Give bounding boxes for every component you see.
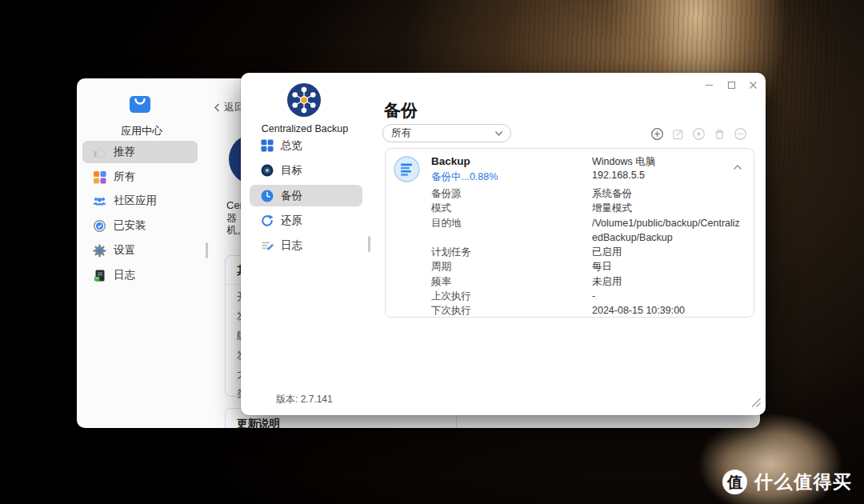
- maximize-button[interactable]: [726, 79, 737, 90]
- run-task-button[interactable]: [692, 127, 706, 141]
- nav-item-label: 日志: [281, 238, 302, 253]
- detail-value: 未启用: [592, 274, 742, 289]
- add-task-button[interactable]: [650, 127, 664, 141]
- detail-label: 下次执行: [431, 303, 592, 318]
- delete-task-button[interactable]: [713, 127, 726, 141]
- desktop: 应用中心 推荐 所有: [0, 0, 864, 504]
- detail-value: 已启用: [592, 245, 742, 259]
- thumbs-up-icon: [92, 145, 106, 159]
- client-ip: 192.168.5.5: [592, 170, 645, 181]
- app-center-title: 应用中心: [77, 124, 206, 138]
- filter-dropdown[interactable]: 所有: [382, 124, 511, 142]
- sidebar-item-label: 所有: [114, 170, 135, 184]
- detail-label: 频率: [431, 274, 592, 289]
- filter-dropdown-value: 所有: [391, 126, 494, 140]
- add-icon: [650, 127, 664, 141]
- chevron-down-icon: [494, 130, 503, 137]
- sidebar-item-settings[interactable]: 设置: [82, 239, 198, 262]
- installed-check-icon: [92, 218, 106, 233]
- smzdm-watermark: 值 什么值得买: [722, 470, 853, 494]
- nav-item-label: 目标: [281, 163, 302, 178]
- task-detail-rows: 备份源 系统备份 模式 增量模式 目的地 /Volume1/public/bac…: [431, 186, 742, 318]
- detail-label: 周期: [431, 259, 592, 274]
- overview-grid-icon: [260, 138, 274, 152]
- close-button[interactable]: [747, 79, 758, 90]
- target-icon: [260, 163, 274, 177]
- nav-item-backup[interactable]: 备份: [250, 185, 362, 206]
- app-center-logo-bag-icon: [128, 92, 152, 118]
- edit-task-button[interactable]: [671, 127, 685, 141]
- minimize-button[interactable]: [703, 79, 714, 90]
- detail-label: 计划任务: [431, 245, 592, 259]
- version-label: 版本: 2.7.141: [276, 393, 333, 406]
- backup-task-card[interactable]: Backup 备份中...0.88% Windows 电脑 192.168.5.…: [385, 148, 754, 318]
- chevron-up-icon: [733, 164, 742, 170]
- nav-item-restore[interactable]: 还原: [250, 210, 362, 231]
- centralized-backup-window: Centralized Backup 总览 目标: [241, 73, 766, 415]
- detail-label: 模式: [431, 201, 592, 215]
- nav-item-label: 还原: [281, 214, 302, 228]
- sidebar-item-all[interactable]: 所有: [82, 166, 198, 188]
- close-icon: [749, 81, 758, 90]
- edit-icon: [671, 127, 685, 141]
- restore-arrow-icon: [260, 214, 274, 227]
- centralized-backup-app-icon: [286, 82, 322, 121]
- chevron-left-icon: [214, 103, 220, 112]
- nav-scrollbar[interactable]: [368, 236, 370, 252]
- nav-item-logs[interactable]: 日志: [250, 234, 362, 256]
- colored-grid-icon: [92, 170, 106, 184]
- app-center-scrollbar[interactable]: [206, 242, 208, 258]
- more-actions-button[interactable]: [734, 127, 747, 141]
- nav-item-label: 总览: [281, 138, 302, 153]
- detail-label: 目的地: [431, 216, 592, 246]
- play-icon: [692, 127, 706, 141]
- detail-value: 增量模式: [592, 201, 742, 215]
- sidebar-item-label: 已安装: [114, 218, 146, 233]
- detail-label: 备份源: [431, 186, 592, 201]
- sidebar-item-label: 日志: [114, 268, 135, 282]
- detail-value: -: [592, 289, 742, 303]
- log-pencil-icon: [260, 238, 274, 252]
- sidebar-item-label: 设置: [114, 243, 135, 258]
- window-resize-handle[interactable]: [750, 396, 762, 411]
- trash-icon: [713, 127, 726, 141]
- detail-value: 系统备份: [592, 186, 742, 201]
- nav-item-overview[interactable]: 总览: [250, 134, 362, 156]
- nav-item-target[interactable]: 目标: [250, 159, 362, 181]
- task-status: 备份中...0.88%: [431, 170, 498, 184]
- detail-value: 2024-08-15 10:39:00: [592, 303, 742, 318]
- people-icon: [92, 194, 106, 208]
- minimize-icon: [705, 81, 714, 90]
- task-name: Backup: [431, 155, 470, 167]
- sidebar-item-installed[interactable]: 已安装: [82, 214, 198, 237]
- sidebar-item-label: 社区应用: [114, 194, 157, 208]
- sidebar-item-community-apps[interactable]: 社区应用: [82, 190, 198, 212]
- sidebar-item-logs[interactable]: 日志: [82, 264, 198, 286]
- client-name: Windows 电脑: [592, 155, 655, 169]
- gear-icon: [92, 243, 106, 258]
- smzdm-watermark-text: 什么值得买: [754, 470, 853, 494]
- app-name: Centralized Backup: [241, 123, 369, 134]
- sidebar-item-recommended[interactable]: 推荐: [82, 141, 198, 163]
- log-document-icon: [92, 268, 106, 282]
- smzdm-logo-icon: 值: [722, 470, 747, 494]
- backup-task-icon: [394, 156, 420, 186]
- collapse-button[interactable]: [733, 159, 742, 174]
- detail-value: /Volume1/public/backup/CentralizedBackup…: [592, 216, 742, 246]
- detail-value: 每日: [592, 259, 742, 274]
- page-title: 备份: [384, 99, 418, 122]
- clock-icon: [260, 189, 274, 202]
- nav-item-label: 备份: [281, 189, 302, 203]
- detail-label: 上次执行: [431, 289, 592, 303]
- sidebar-item-label: 推荐: [114, 145, 135, 159]
- maximize-icon: [727, 81, 736, 90]
- more-icon: [734, 127, 747, 141]
